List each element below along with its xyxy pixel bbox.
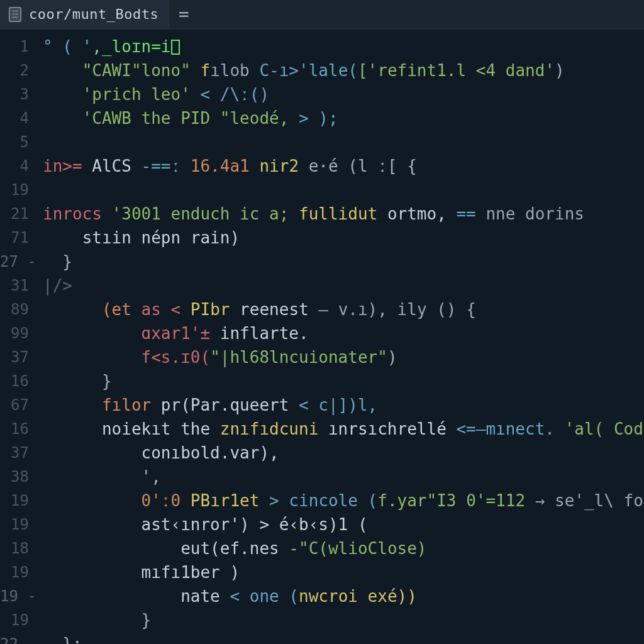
- line-number: 4: [0, 154, 29, 178]
- line-number: 16: [0, 417, 29, 441]
- code-line: (et as < PIbr reenest — v.ı), ily () {: [43, 297, 644, 321]
- code-line: [43, 130, 644, 154]
- code-line: }: [43, 369, 644, 393]
- code-line: ',: [43, 465, 644, 489]
- line-number: 38: [0, 465, 29, 489]
- line-number: 4: [0, 106, 29, 130]
- code-line: 'prich leo' < /\ː(): [43, 82, 644, 106]
- line-number: 2: [0, 58, 29, 82]
- code-line: |/>: [43, 274, 644, 297]
- line-number: 99: [0, 321, 29, 345]
- code-line: };: [43, 632, 644, 644]
- code-line: }: [43, 608, 644, 632]
- line-number: 21: [0, 202, 29, 226]
- line-number: 19: [0, 513, 29, 536]
- line-number: 19: [0, 608, 29, 632]
- line-number: 1: [0, 35, 29, 58]
- code-line: 0'ː0 PBır1et > cincole (f.yar"I3 0'=112 …: [43, 489, 644, 513]
- code-line: ast‹ınror') > é‹b‹s)1 (: [43, 513, 644, 536]
- line-number: 37: [0, 441, 29, 465]
- code-line: "CAWI"lono" fılob C-ı>'lale(['refint1.l …: [43, 58, 644, 82]
- line-number: 5: [0, 130, 29, 154]
- code-line: noiekıt the znıfıdcuni ınrsıchrellé <=—m…: [43, 417, 644, 441]
- line-number: 18: [0, 536, 29, 560]
- line-number: 37: [0, 345, 29, 369]
- code-line: inrocs '3001 enduch ic a; fullidut ortmo…: [43, 202, 644, 226]
- editor-body: 1 2 3 4 5 4 19 21 71 27 - 31 89 99 37 16…: [0, 29, 644, 644]
- code-line: nate < one (nwcroi exé)): [43, 584, 644, 608]
- code-line: f<s.ɪ0("|hl68lncuionater"): [43, 345, 644, 369]
- line-number: 19 -: [0, 584, 29, 608]
- line-number: 16: [0, 369, 29, 393]
- code-line: ° ( ',_loɪn=i: [43, 35, 644, 58]
- code-line: }: [43, 250, 644, 274]
- code-line: mıfı1ber ): [43, 560, 644, 584]
- file-icon: [9, 7, 21, 22]
- code-line: ɑxar1'± inflarte.: [43, 321, 644, 345]
- code-line: fılor pr(Par.queert < c|])l,: [43, 393, 644, 417]
- line-number: 19: [0, 178, 29, 202]
- tab-bar: coor/munt_Bodts =: [0, 0, 644, 29]
- code-line: eut(ef.nes -"C(wlioClose): [43, 536, 644, 560]
- code-line: in>= AlCS -==ː 16.4a1 nir2 e·é (l ː[ {: [43, 154, 644, 178]
- code-line: stıin népn rain): [43, 226, 644, 250]
- line-number: 19: [0, 560, 29, 584]
- line-number: 67: [0, 393, 29, 417]
- line-number-gutter: 1 2 3 4 5 4 19 21 71 27 - 31 89 99 37 16…: [0, 35, 35, 644]
- code-line: [43, 178, 644, 202]
- cursor-icon: [171, 40, 180, 55]
- line-number: 19: [0, 489, 29, 513]
- line-number: 31: [0, 274, 29, 297]
- editor-window: coor/munt_Bodts = 1 2 3 4 5 4 19 21 71 2…: [0, 0, 644, 644]
- file-tab[interactable]: coor/munt_Bodts: [0, 0, 169, 28]
- line-number: 22 -: [0, 632, 29, 644]
- code-line: 'CAWB the PID "leodé, > );: [43, 106, 644, 130]
- tab-filename: coor/munt_Bodts: [29, 6, 158, 22]
- line-number: 89: [0, 297, 29, 321]
- line-number: 3: [0, 82, 29, 106]
- line-number: 71: [0, 226, 29, 250]
- line-number: 27 -: [0, 250, 29, 274]
- code-line: conıbold.var),: [43, 441, 644, 465]
- code-area[interactable]: ° ( ',_loɪn=i "CAWI"lono" fılob C-ı>'lal…: [35, 35, 644, 644]
- tab-divider-icon: =: [169, 0, 198, 28]
